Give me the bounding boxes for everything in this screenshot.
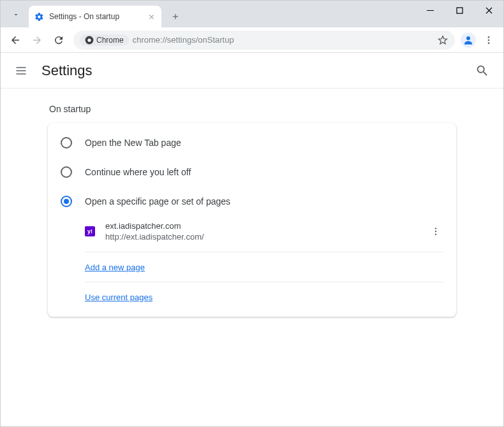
svg-point-2 (87, 38, 91, 41)
link-label: Use current pages (85, 293, 152, 302)
svg-point-7 (435, 228, 436, 229)
startup-card: Open the New Tab page Continue where you… (48, 123, 456, 317)
new-tab-button[interactable] (167, 8, 184, 25)
radio-icon (61, 196, 72, 207)
avatar-icon (461, 33, 476, 48)
close-tab-icon[interactable] (146, 11, 156, 22)
back-button[interactable] (4, 29, 26, 51)
chrome-site-chip[interactable]: Chrome (80, 34, 129, 46)
reload-button[interactable] (48, 29, 70, 51)
use-current-pages-link[interactable]: Use current pages (85, 282, 443, 312)
add-new-page-link[interactable]: Add a new page (85, 252, 443, 282)
radio-label: Open the New Tab page (85, 138, 181, 148)
svg-point-9 (435, 233, 436, 235)
chrome-menu-button[interactable] (478, 29, 500, 51)
radio-label: Continue where you left off (85, 167, 191, 177)
radio-continue[interactable]: Continue where you left off (48, 157, 456, 187)
maximize-button[interactable] (445, 1, 474, 20)
radio-icon (61, 166, 72, 178)
address-bar[interactable]: Chrome chrome://settings/onStartup (73, 31, 455, 50)
startup-page-title: ext.iadispatcher.com (105, 221, 428, 231)
hamburger-menu-icon[interactable] (15, 64, 30, 77)
settings-content: On startup Open the New Tab page Continu… (1, 89, 503, 332)
radio-label: Open a specific page or set of pages (85, 196, 230, 206)
link-label: Add a new page (85, 263, 145, 272)
browser-toolbar: Chrome chrome://settings/onStartup (1, 27, 503, 53)
window-titlebar: Settings - On startup (1, 1, 503, 27)
tab-title: Settings - On startup (49, 12, 146, 21)
startup-page-row: y! ext.iadispatcher.com http://ext.iadis… (85, 216, 443, 252)
page-title: Settings (41, 62, 93, 79)
minimize-button[interactable] (415, 1, 445, 20)
page-more-actions-button[interactable] (428, 226, 443, 236)
chrome-icon (85, 36, 94, 45)
startup-pages-list: y! ext.iadispatcher.com http://ext.iadis… (48, 216, 456, 312)
startup-page-url: http://ext.iadispatcher.com/ (105, 232, 428, 242)
section-title: On startup (48, 104, 456, 114)
tab-search-dropdown[interactable] (6, 4, 26, 25)
svg-rect-0 (457, 8, 463, 13)
browser-tab[interactable]: Settings - On startup (29, 6, 161, 27)
svg-point-3 (466, 36, 470, 40)
settings-header: Settings (1, 53, 503, 89)
chrome-chip-label: Chrome (96, 36, 124, 45)
svg-point-5 (488, 39, 490, 41)
svg-point-6 (488, 42, 490, 44)
radio-open-new-tab[interactable]: Open the New Tab page (48, 128, 456, 157)
forward-button[interactable] (26, 29, 48, 51)
window-controls (415, 1, 503, 20)
radio-icon (61, 137, 72, 148)
gear-icon (34, 11, 44, 22)
profile-button[interactable] (459, 31, 478, 50)
bookmark-star-icon[interactable] (437, 34, 448, 46)
url-text: chrome://settings/onStartup (133, 35, 433, 45)
svg-point-8 (435, 231, 436, 232)
search-settings-button[interactable] (475, 64, 489, 78)
yahoo-favicon-icon: y! (85, 226, 95, 236)
close-window-button[interactable] (474, 1, 503, 20)
radio-specific-pages[interactable]: Open a specific page or set of pages (48, 187, 456, 216)
svg-point-4 (488, 36, 490, 38)
